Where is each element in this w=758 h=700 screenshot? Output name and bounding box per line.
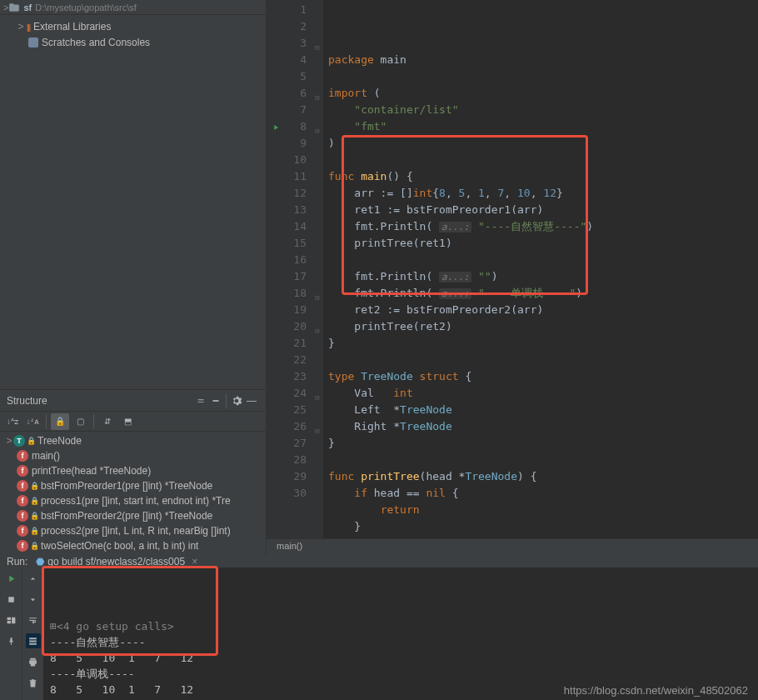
tree-row-ext-libs[interactable]: > External Libraries xyxy=(0,18,266,34)
struct-item[interactable]: f 🔒 twoSelectOne(c bool, a int, b int) i… xyxy=(0,538,266,553)
expand-tree-icon[interactable]: ⬒ xyxy=(118,413,137,430)
link-icon[interactable]: ⇵ xyxy=(98,413,117,430)
stop-icon[interactable] xyxy=(3,592,18,607)
lock-icon[interactable]: 🔒 xyxy=(51,413,69,430)
struct-item[interactable]: f 🔒 process2(pre []int, L int, R int, ne… xyxy=(0,523,266,538)
lock-icon: 🔒 xyxy=(30,512,39,520)
code-line[interactable]: fmt.Println( a...: "----单调栈----") xyxy=(328,285,758,302)
code-line[interactable]: return xyxy=(328,502,758,518)
scratches-label: Scratches and Consoles xyxy=(42,37,150,48)
layout-icon[interactable] xyxy=(3,612,18,628)
struct-item[interactable]: > T 🔒 TreeNode xyxy=(0,433,266,448)
func-badge-icon: f xyxy=(17,450,28,462)
code-line[interactable]: } xyxy=(328,518,758,535)
structure-tree[interactable]: > T 🔒 TreeNode f main() f printTree(head… xyxy=(0,432,266,555)
tree-row-scratches[interactable]: Scratches and Consoles xyxy=(0,34,266,50)
code-line[interactable]: printTree(ret1) xyxy=(328,235,758,252)
struct-item[interactable]: f 🔒 bstFromPreorder1(pre []int) *TreeNod… xyxy=(0,478,266,493)
code-line[interactable]: func main() { xyxy=(328,168,758,185)
code-line[interactable] xyxy=(328,252,758,268)
soft-wrap-icon[interactable] xyxy=(26,612,41,628)
struct-item[interactable]: f printTree(head *TreeNode) xyxy=(0,463,266,478)
run-toolbar-left xyxy=(0,568,22,700)
fold-icon[interactable]: ⊟ xyxy=(313,39,322,48)
struct-item[interactable]: f 🔒 process1(pre []int, start int, endno… xyxy=(0,493,266,508)
func-badge-icon: f xyxy=(17,465,28,477)
editor-breadcrumb[interactable]: main() xyxy=(267,538,758,555)
code-line[interactable] xyxy=(328,452,758,468)
scroll-lock-icon[interactable] xyxy=(26,633,41,648)
code-line[interactable]: Right *TreeNode xyxy=(328,418,758,435)
code-line[interactable]: func printTree(head *TreeNode) { xyxy=(328,468,758,485)
func-badge-icon: f xyxy=(17,540,28,552)
run-gutter-icon[interactable] xyxy=(272,120,280,137)
lock-icon: 🔒 xyxy=(30,527,39,535)
settings-icon[interactable] xyxy=(229,393,244,408)
folder-toggle-icon[interactable]: ▢ xyxy=(71,413,89,430)
sort-az-icon[interactable]: ↓ᴬᴢ xyxy=(3,413,22,430)
code-line[interactable]: import ( xyxy=(328,85,758,102)
fold-icon[interactable]: ⊟ xyxy=(313,322,322,331)
code-line[interactable]: ret2 := bstFromPreorder2(arr) xyxy=(328,302,758,318)
console-output[interactable]: ⊞<4 go setup calls>----自然智慧----8 5 10 1 … xyxy=(43,568,758,700)
code-line[interactable]: package main xyxy=(328,52,758,68)
project-breadcrumb[interactable]: > sf D:\mysetup\gopath\src\sf xyxy=(0,0,266,15)
struct-item[interactable]: f main() xyxy=(0,448,266,463)
code-line[interactable]: Val int xyxy=(328,385,758,402)
code-line[interactable]: } xyxy=(328,335,758,352)
fold-icon[interactable]: ⊟ xyxy=(313,89,322,98)
code-line[interactable] xyxy=(328,152,758,168)
structure-title: Structure xyxy=(7,395,193,407)
code-line[interactable]: "container/list" xyxy=(328,102,758,118)
code-line[interactable] xyxy=(328,68,758,85)
project-tree[interactable]: > External Libraries Scratches and Conso… xyxy=(0,15,266,65)
setup-calls[interactable]: ⊞<4 go setup calls> xyxy=(50,618,751,634)
struct-item[interactable]: f 🔒 bstFromPreorder2(pre []int) *TreeNod… xyxy=(0,508,266,523)
sort-za-icon[interactable]: ↓ᶻᴀ xyxy=(23,413,42,430)
console-line: ----单调栈---- xyxy=(50,666,751,682)
code-line[interactable]: ) xyxy=(328,135,758,152)
code-line[interactable]: if head == nil { xyxy=(328,485,758,502)
expand-all-icon[interactable] xyxy=(193,393,208,408)
fold-icon[interactable]: ⊟ xyxy=(313,389,322,398)
folder-icon xyxy=(8,2,20,13)
lock-icon: 🔒 xyxy=(27,437,36,445)
trash-icon[interactable] xyxy=(26,675,41,690)
expand-icon[interactable]: ⊞ xyxy=(50,620,57,632)
pin-icon[interactable] xyxy=(3,633,18,648)
collapse-all-icon[interactable] xyxy=(208,393,223,408)
func-badge-icon: f xyxy=(17,525,28,537)
code-line[interactable]: ret1 := bstFromPreorder1(arr) xyxy=(328,202,758,218)
code-line[interactable]: queue := list.New() xyxy=(328,535,758,538)
breadcrumb-path: D:\mysetup\gopath\src\sf xyxy=(35,2,137,12)
close-icon[interactable]: × xyxy=(192,556,197,568)
chevron-right-icon[interactable]: > xyxy=(5,435,13,447)
hide-icon[interactable]: — xyxy=(244,393,259,408)
fold-icon[interactable]: ⊟ xyxy=(313,289,322,298)
code-line[interactable]: fmt.Println( a...: "----自然智慧----") xyxy=(328,218,758,235)
code-line[interactable]: fmt.Println( a...: "") xyxy=(328,268,758,285)
console-line: 8 5 10 1 7 12 xyxy=(50,650,751,666)
code-line[interactable]: } xyxy=(328,435,758,452)
func-badge-icon: f xyxy=(17,495,28,507)
code-line[interactable]: printTree(ret2) xyxy=(328,318,758,335)
run-tab[interactable]: ⬣ go build sf/newclass2/class005 × xyxy=(36,556,197,568)
code-line[interactable]: arr := []int{8, 5, 1, 7, 10, 12} xyxy=(328,185,758,202)
chevron-right-icon[interactable]: > xyxy=(17,21,25,32)
down-icon[interactable] xyxy=(26,592,41,607)
up-icon[interactable] xyxy=(26,571,41,586)
play-icon[interactable] xyxy=(3,571,18,586)
structure-header: Structure — xyxy=(0,389,266,412)
run-toolbar-right xyxy=(22,568,43,700)
code-line[interactable]: type TreeNode struct { xyxy=(328,368,758,385)
console-line: ----自然智慧---- xyxy=(50,634,751,650)
code-line[interactable]: "fmt" xyxy=(328,118,758,135)
print-icon[interactable] xyxy=(26,654,41,669)
code-line[interactable] xyxy=(328,352,758,368)
fold-icon[interactable]: ⊟ xyxy=(313,422,322,431)
fold-icon[interactable]: ⊟ xyxy=(313,122,322,131)
code-editor[interactable]: 1234567891011121314151617181920212223242… xyxy=(267,0,758,538)
code-line[interactable]: Left *TreeNode xyxy=(328,402,758,418)
func-badge-icon: f xyxy=(17,480,28,492)
ext-libs-label: External Libraries xyxy=(33,21,111,32)
